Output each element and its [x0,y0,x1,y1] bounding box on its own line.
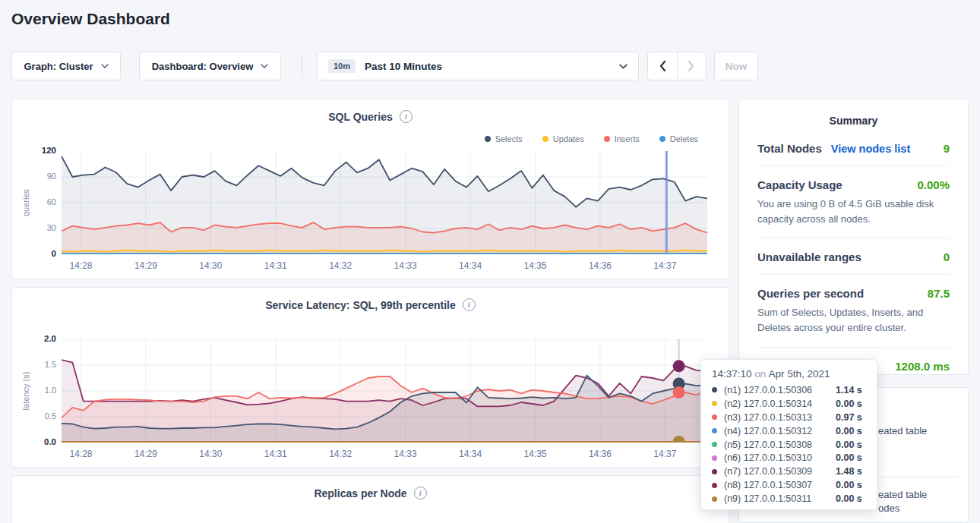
chart-title: SQL Queries [328,111,393,123]
chart-title: Replicas per Node [314,487,406,499]
replicas-per-node-card: Replicas per Node i [11,475,729,523]
node-address: (n6) 127.0.0.1:50310 [724,452,836,463]
graph-dropdown-label: Graph: Cluster [24,61,93,72]
legend-item-inserts[interactable]: Inserts [604,134,640,143]
tooltip-node-row: (n4) 127.0.0.1:503120.00 s [712,424,866,438]
summary-row-qps: Queries per second 87.5 Sum of Selects, … [757,275,950,347]
y-tick-label: 120 [42,146,56,155]
node-latency-value: 0.97 s [836,412,862,423]
unavailable-ranges-value: 0 [944,250,950,263]
legend-item-selects[interactable]: Selects [485,134,523,143]
node-address: (n1) 127.0.0.1:50306 [724,385,836,395]
tooltip-node-row: (n8) 127.0.0.1:503070.00 s [712,478,866,492]
y-tick-label: 1.5 [45,360,56,369]
info-icon[interactable]: i [463,298,476,311]
time-range-label: Past 10 Minutes [365,61,442,72]
x-tick-label: 14:35 [523,260,546,271]
tooltip-timestamp: 14:37:10 on Apr 5th, 2021 [712,368,866,380]
legend-label: Updates [553,134,584,143]
y-tick-label: 60 [47,197,56,206]
prev-time-button[interactable] [648,52,677,80]
dashboard-dropdown-label: Dashboard: Overview [152,61,254,72]
summary-row-total-nodes: Total Nodes View nodes list 9 [757,130,950,166]
service-latency-card: Service Latency: SQL, 99th percentile i … [11,287,729,468]
sql-queries-chart[interactable] [62,151,707,254]
y-axis-ticks: 1209060300 [12,151,56,254]
x-tick-label: 14:35 [523,449,546,459]
event-text-fragment: eated table [878,425,927,436]
qps-value: 87.5 [928,287,950,300]
y-tick-label: 1.0 [45,386,56,395]
tooltip-node-row: (n7) 127.0.0.1:503091.48 s [712,465,866,478]
chart-legend: SelectsUpdatesInsertsDeletes [485,134,698,143]
y-tick-label: 90 [47,172,56,181]
tooltip-node-row: (n3) 127.0.0.1:503130.97 s [712,411,866,424]
event-text-fragment: odes [878,503,899,514]
tooltip-node-row: (n5) 127.0.0.1:503080.00 s [712,438,866,452]
summary-panel: Summary Total Nodes View nodes list 9 Ca… [738,99,969,375]
legend-item-deletes[interactable]: Deletes [659,134,698,143]
time-range-dropdown[interactable]: 10m Past 10 Minutes [317,52,639,80]
node-color-dot [712,414,717,420]
x-tick-label: 14:28 [69,449,92,459]
node-color-dot [712,469,717,474]
x-axis-ticks: 14:2814:2914:3014:3114:3214:3314:3414:35… [62,260,707,273]
x-tick-label: 14:29 [134,260,157,271]
tooltip-node-row: (n2) 127.0.0.1:503140.00 s [712,397,866,411]
node-latency-value: 1.14 s [836,385,862,395]
event-text-fragment: eated table [878,489,927,500]
legend-color-dot [485,136,491,142]
x-axis-ticks: 14:2814:2914:3014:3114:3214:3314:3414:35… [62,449,707,461]
x-tick-label: 14:32 [329,260,352,271]
p99-latency-value: 1208.0 ms [895,360,950,373]
y-tick-label: 0 [52,249,56,258]
x-tick-label: 14:33 [394,260,417,271]
info-icon[interactable]: i [400,110,413,123]
node-latency-value: 1.48 s [836,466,862,477]
chart-hover-tooltip: 14:37:10 on Apr 5th, 2021 (n1) 127.0.0.1… [700,359,877,510]
next-time-button[interactable] [677,52,707,80]
info-icon[interactable]: i [414,487,427,499]
legend-color-dot [604,136,610,142]
node-color-dot [712,387,717,392]
node-latency-value: 0.00 s [836,493,862,504]
time-range-badge: 10m [328,59,356,73]
x-tick-label: 14:32 [329,449,352,459]
chart-title: Service Latency: SQL, 99th percentile [265,299,456,311]
node-address: (n9) 127.0.0.1:50311 [724,493,836,504]
node-latency-value: 0.00 s [836,399,862,409]
legend-label: Deletes [670,134,698,143]
x-tick-label: 14:30 [199,449,222,459]
capacity-description: You are using 0 B of 4.5 GiB usable disk… [757,197,950,227]
x-tick-label: 14:36 [589,449,612,459]
chevron-left-icon [659,60,666,72]
dashboard-dropdown[interactable]: Dashboard: Overview [139,52,281,80]
qps-description: Sum of Selects, Updates, Inserts, and De… [757,305,950,336]
node-color-dot [712,455,717,461]
legend-item-updates[interactable]: Updates [542,134,584,143]
y-tick-label: 0.0 [44,437,56,446]
chevron-right-icon [688,60,695,72]
total-nodes-value: 9 [944,142,950,155]
node-color-dot [712,496,717,502]
page-title: Overview Dashboard [11,10,170,28]
legend-color-dot [659,136,665,142]
tooltip-node-row: (n6) 127.0.0.1:503100.00 s [712,451,866,465]
x-tick-label: 14:30 [199,260,222,271]
capacity-value: 0.00% [917,178,950,191]
node-address: (n5) 127.0.0.1:50308 [724,440,836,450]
graph-dropdown[interactable]: Graph: Cluster [11,52,121,80]
summary-row-unavailable: Unavailable ranges 0 [757,238,950,275]
summary-heading: Summary [757,99,950,130]
y-tick-label: 30 [47,223,56,232]
view-nodes-list-link[interactable]: View nodes list [831,143,911,155]
service-latency-chart[interactable] [62,339,707,443]
tooltip-node-row: (n9) 127.0.0.1:503110.00 s [712,492,866,506]
legend-label: Selects [495,134,523,143]
qps-label: Queries per second [757,287,864,300]
node-address: (n3) 127.0.0.1:50313 [724,412,836,423]
summary-row-capacity: Capacity Usage 0.00% You are using 0 B o… [757,166,950,238]
y-axis-ticks: 2.01.51.00.50.0 [12,339,56,443]
now-button[interactable]: Now [714,52,758,80]
x-tick-label: 14:31 [264,449,287,459]
